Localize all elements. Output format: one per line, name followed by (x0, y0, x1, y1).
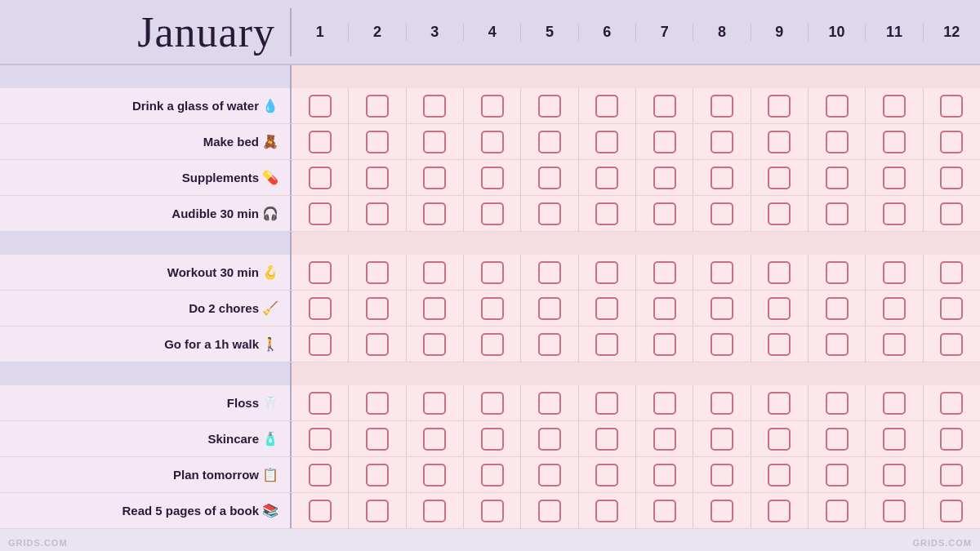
checkbox-2-3-day8[interactable] (710, 500, 733, 522)
habit-cell-0-1-day10[interactable] (808, 124, 866, 159)
habit-cell-0-0-day3[interactable] (407, 88, 464, 123)
checkbox-2-0-day4[interactable] (481, 392, 504, 415)
habit-cell-0-3-day5[interactable] (521, 196, 578, 231)
checkbox-2-1-day9[interactable] (768, 428, 791, 451)
habit-cell-2-0-day3[interactable] (407, 385, 464, 420)
checkbox-2-3-day4[interactable] (481, 500, 504, 522)
habit-cell-2-1-day11[interactable] (866, 421, 923, 456)
habit-cell-1-0-day11[interactable] (866, 255, 923, 290)
habit-cell-0-1-day7[interactable] (636, 124, 693, 159)
checkbox-0-3-day11[interactable] (883, 202, 906, 225)
checkbox-0-1-day1[interactable] (309, 131, 332, 153)
checkbox-1-2-day5[interactable] (538, 333, 561, 356)
habit-cell-0-1-day12[interactable] (924, 124, 980, 159)
checkbox-0-0-day5[interactable] (538, 95, 561, 118)
checkbox-2-0-day1[interactable] (309, 392, 332, 415)
checkbox-1-2-day6[interactable] (595, 333, 618, 356)
checkbox-2-1-day6[interactable] (595, 428, 618, 451)
checkbox-1-0-day11[interactable] (883, 261, 906, 284)
checkbox-2-1-day5[interactable] (538, 428, 561, 451)
checkbox-2-0-day2[interactable] (366, 392, 389, 415)
checkbox-0-3-day10[interactable] (826, 202, 849, 225)
habit-cell-2-2-day10[interactable] (808, 457, 866, 492)
habit-cell-0-1-day8[interactable] (693, 124, 751, 159)
habit-cell-1-0-day2[interactable] (349, 255, 406, 290)
habit-cell-2-3-day7[interactable] (636, 493, 693, 528)
checkbox-1-0-day10[interactable] (826, 261, 849, 284)
checkbox-0-2-day12[interactable] (940, 167, 963, 189)
habit-cell-2-0-day11[interactable] (866, 385, 923, 420)
habit-cell-1-1-day3[interactable] (407, 291, 464, 326)
habit-cell-0-0-day12[interactable] (924, 88, 980, 123)
checkbox-0-2-day3[interactable] (423, 167, 446, 189)
habit-cell-2-1-day10[interactable] (808, 421, 866, 456)
habit-cell-0-0-day2[interactable] (349, 88, 406, 123)
habit-cell-1-1-day12[interactable] (924, 291, 980, 326)
habit-cell-0-0-day4[interactable] (464, 88, 521, 123)
checkbox-1-2-day9[interactable] (768, 333, 791, 356)
habit-cell-2-3-day1[interactable] (292, 493, 349, 528)
habit-cell-1-1-day5[interactable] (521, 291, 578, 326)
checkbox-1-1-day7[interactable] (653, 297, 676, 320)
habit-cell-1-2-day6[interactable] (579, 327, 636, 362)
checkbox-0-2-day1[interactable] (309, 167, 332, 189)
habit-cell-2-3-day2[interactable] (349, 493, 406, 528)
habit-cell-2-1-day6[interactable] (579, 421, 636, 456)
habit-cell-0-1-day3[interactable] (407, 124, 464, 159)
habit-cell-2-1-day2[interactable] (349, 421, 406, 456)
habit-cell-1-2-day1[interactable] (292, 327, 349, 362)
checkbox-1-2-day4[interactable] (481, 333, 504, 356)
habit-cell-0-3-day3[interactable] (407, 196, 464, 231)
checkbox-2-3-day1[interactable] (309, 500, 332, 522)
checkbox-0-2-day9[interactable] (768, 167, 791, 189)
checkbox-0-1-day9[interactable] (768, 131, 791, 153)
checkbox-2-3-day3[interactable] (423, 500, 446, 522)
checkbox-2-2-day8[interactable] (710, 464, 733, 487)
habit-cell-0-0-day8[interactable] (693, 88, 751, 123)
checkbox-0-1-day5[interactable] (538, 131, 561, 153)
habit-cell-2-0-day2[interactable] (349, 385, 406, 420)
habit-cell-2-1-day8[interactable] (693, 421, 751, 456)
habit-cell-1-1-day2[interactable] (349, 291, 406, 326)
checkbox-0-1-day6[interactable] (595, 131, 618, 153)
habit-cell-1-1-day10[interactable] (808, 291, 866, 326)
habit-cell-0-1-day9[interactable] (751, 124, 808, 159)
checkbox-1-0-day4[interactable] (481, 261, 504, 284)
checkbox-2-0-day12[interactable] (940, 392, 963, 415)
checkbox-0-1-day7[interactable] (653, 131, 676, 153)
habit-cell-1-0-day9[interactable] (751, 255, 808, 290)
habit-cell-2-2-day6[interactable] (579, 457, 636, 492)
habit-cell-1-0-day10[interactable] (808, 255, 866, 290)
checkbox-2-0-day3[interactable] (423, 392, 446, 415)
checkbox-2-1-day12[interactable] (940, 428, 963, 451)
checkbox-1-1-day4[interactable] (481, 297, 504, 320)
checkbox-2-1-day11[interactable] (883, 428, 906, 451)
checkbox-1-0-day8[interactable] (710, 261, 733, 284)
checkbox-1-1-day3[interactable] (423, 297, 446, 320)
checkbox-1-1-day8[interactable] (710, 297, 733, 320)
checkbox-2-0-day7[interactable] (653, 392, 676, 415)
checkbox-1-0-day9[interactable] (768, 261, 791, 284)
habit-cell-2-2-day5[interactable] (521, 457, 578, 492)
checkbox-0-1-day4[interactable] (481, 131, 504, 153)
habit-cell-1-1-day6[interactable] (579, 291, 636, 326)
habit-cell-2-1-day4[interactable] (464, 421, 521, 456)
habit-cell-1-2-day4[interactable] (464, 327, 521, 362)
habit-cell-2-2-day7[interactable] (636, 457, 693, 492)
checkbox-0-0-day11[interactable] (883, 95, 906, 118)
habit-cell-0-2-day4[interactable] (464, 160, 521, 195)
habit-cell-1-0-day12[interactable] (924, 255, 980, 290)
habit-cell-0-3-day7[interactable] (636, 196, 693, 231)
checkbox-0-2-day11[interactable] (883, 167, 906, 189)
habit-cell-2-2-day1[interactable] (292, 457, 349, 492)
habit-cell-2-2-day9[interactable] (751, 457, 808, 492)
checkbox-2-3-day11[interactable] (883, 500, 906, 522)
habit-cell-2-3-day6[interactable] (579, 493, 636, 528)
checkbox-0-0-day10[interactable] (826, 95, 849, 118)
checkbox-1-1-day9[interactable] (768, 297, 791, 320)
checkbox-1-1-day2[interactable] (366, 297, 389, 320)
habit-cell-0-0-day9[interactable] (751, 88, 808, 123)
checkbox-2-1-day7[interactable] (653, 428, 676, 451)
checkbox-2-2-day7[interactable] (653, 464, 676, 487)
habit-cell-2-3-day9[interactable] (751, 493, 808, 528)
